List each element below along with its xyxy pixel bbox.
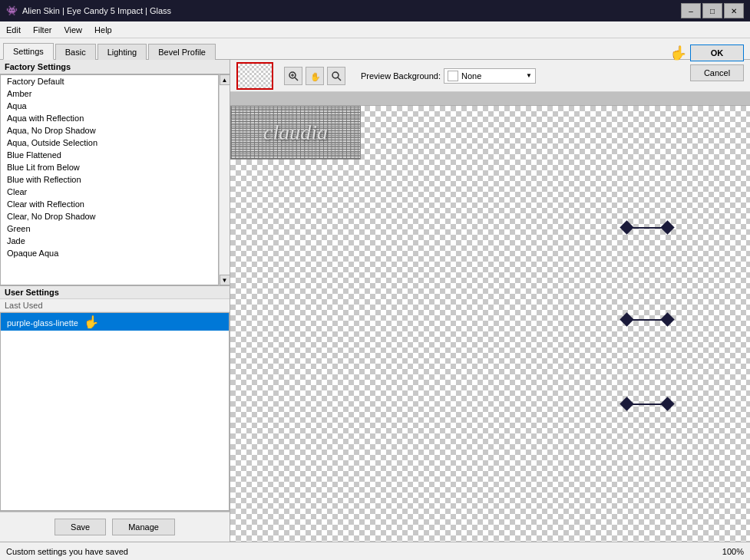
handle-diamond-right[interactable] [660, 220, 674, 234]
handle-diamond-left[interactable] [619, 220, 633, 234]
zoom-fit-icon [331, 71, 342, 81]
tab-basic[interactable]: Basic [55, 44, 96, 60]
list-item[interactable]: Factory Default [1, 75, 218, 87]
handle-diamond-right[interactable] [660, 312, 674, 326]
background-value: None [461, 71, 481, 81]
scrollbar-down[interactable]: ▼ [220, 275, 230, 285]
tabs-bar: Settings Basic Lighting Bevel Profile [0, 38, 750, 60]
close-button[interactable]: ✕ [724, 3, 744, 18]
list-item[interactable]: Jade [1, 235, 218, 247]
handle-line [632, 319, 662, 321]
user-item-pointer-icon: 👆 [84, 315, 99, 329]
handle-line [632, 404, 662, 405]
last-used-label: Last Used [0, 299, 230, 312]
handle-group-top[interactable] [622, 222, 672, 232]
list-item[interactable]: Clear with Reflection [1, 198, 218, 210]
background-color-swatch [448, 71, 458, 81]
zoom-in-icon [288, 71, 299, 81]
preview-stripe-header [230, 92, 750, 106]
list-item[interactable]: Opaque Aqua [1, 247, 218, 259]
cancel-button[interactable]: Cancel [690, 64, 744, 81]
preview-thumbnail[interactable] [236, 62, 273, 90]
thumbnail-checker [238, 64, 272, 88]
handle-group-middle[interactable] [622, 315, 672, 324]
user-list-item[interactable]: purple-glass-linette 👆 [1, 313, 229, 331]
background-dropdown[interactable]: None ▼ [444, 68, 536, 84]
list-item[interactable]: Blue Lit from Below [1, 161, 218, 173]
handle-diamond-left[interactable] [619, 312, 633, 326]
hand-tool-button[interactable]: ✋ [306, 67, 324, 85]
tab-settings[interactable]: Settings [3, 43, 54, 60]
manage-button[interactable]: Manage [112, 519, 175, 535]
preview-content: claudia [230, 106, 750, 542]
zoom-in-button[interactable] [284, 67, 302, 85]
titlebar-controls: – □ ✕ [681, 3, 744, 18]
left-panel: Factory Settings Factory Default Amber A… [0, 60, 230, 542]
svg-text:✋: ✋ [310, 71, 320, 81]
preview-background-label: Preview Background: [361, 71, 441, 81]
factory-settings-section: Factory Settings Factory Default Amber A… [0, 60, 230, 286]
list-item[interactable]: Blue with Reflection [1, 173, 218, 186]
app-icon: 👾 [6, 5, 18, 16]
main-layout: Factory Settings Factory Default Amber A… [0, 60, 750, 542]
app-title: Alien Skin | Eye Candy 5 Impact | Glass [22, 6, 171, 15]
preview-canvas[interactable]: claudia [230, 92, 750, 542]
list-item[interactable]: Clear, No Drop Shadow [1, 210, 218, 222]
restore-button[interactable]: □ [702, 3, 722, 18]
list-item[interactable]: Blue Flattened [1, 149, 218, 161]
action-buttons: 👆 OK Cancel [670, 44, 744, 81]
menu-help[interactable]: Help [88, 21, 118, 38]
tab-lighting[interactable]: Lighting [97, 44, 147, 60]
ok-button[interactable]: OK [690, 44, 744, 61]
list-item[interactable]: Aqua, No Drop Shadow [1, 124, 218, 137]
save-button[interactable]: Save [55, 519, 106, 535]
menubar: Edit Filter View Help [0, 21, 750, 38]
tab-bevel-profile[interactable]: Bevel Profile [148, 44, 216, 60]
handle-group-bottom[interactable] [622, 399, 672, 409]
user-settings-section: User Settings Last Used purple-glass-lin… [0, 286, 230, 512]
bottom-buttons: Save Manage [0, 512, 230, 542]
user-settings-header: User Settings [0, 286, 230, 299]
statusbar: Custom settings you have saved 100% [0, 542, 750, 560]
list-item[interactable]: Aqua, Outside Selection [1, 137, 218, 149]
preview-image: claudia [230, 106, 361, 160]
right-panel: ✋ Preview Background: None ▼ [230, 60, 750, 542]
hand-tool-icon: ✋ [309, 71, 320, 81]
list-item[interactable]: Clear [1, 186, 218, 198]
list-item[interactable]: Aqua with Reflection [1, 112, 218, 124]
svg-point-5 [332, 72, 339, 78]
ok-pointer-icon: 👆 [670, 44, 687, 61]
titlebar-left: 👾 Alien Skin | Eye Candy 5 Impact | Glas… [6, 5, 171, 16]
handle-diamond-right[interactable] [660, 397, 674, 410]
svg-line-6 [338, 77, 341, 81]
svg-line-1 [295, 77, 298, 81]
zoom-level: 100% [722, 547, 744, 556]
handle-line [632, 227, 662, 229]
dropdown-arrow-icon: ▼ [526, 72, 532, 79]
handle-diamond-left[interactable] [619, 397, 633, 410]
zoom-fit-button[interactable] [327, 67, 345, 85]
list-item[interactable]: Amber [1, 87, 218, 100]
menu-edit[interactable]: Edit [0, 21, 27, 38]
status-message: Custom settings you have saved [6, 547, 128, 556]
list-item[interactable]: Green [1, 222, 218, 235]
factory-settings-header: Factory Settings [0, 60, 230, 74]
menu-view[interactable]: View [58, 21, 88, 38]
preview-background-select[interactable]: None ▼ [444, 68, 536, 84]
factory-settings-list[interactable]: Factory Default Amber Aqua Aqua with Ref… [0, 74, 219, 285]
titlebar: 👾 Alien Skin | Eye Candy 5 Impact | Glas… [0, 0, 750, 21]
watermark-text: claudia [263, 120, 328, 145]
menu-filter[interactable]: Filter [27, 21, 58, 38]
list-item[interactable]: Aqua [1, 100, 218, 112]
user-settings-list[interactable]: purple-glass-linette 👆 [0, 312, 230, 511]
scrollbar-up[interactable]: ▲ [220, 74, 230, 85]
minimize-button[interactable]: – [681, 3, 701, 18]
